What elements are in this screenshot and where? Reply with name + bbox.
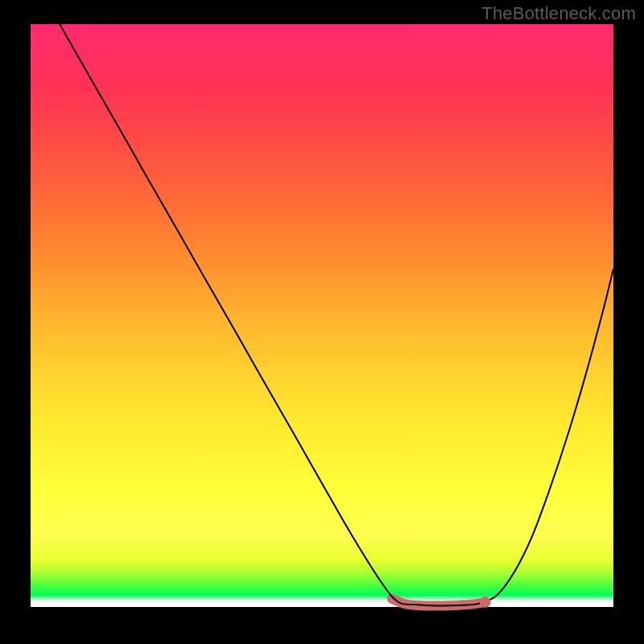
flat-zone-end-dot (480, 597, 491, 608)
bottleneck-curve (60, 24, 613, 606)
chart-frame: TheBottleneck.com (0, 0, 644, 644)
curve-overlay (31, 24, 613, 607)
plot-area (31, 24, 613, 607)
watermark-label: TheBottleneck.com (481, 3, 636, 24)
